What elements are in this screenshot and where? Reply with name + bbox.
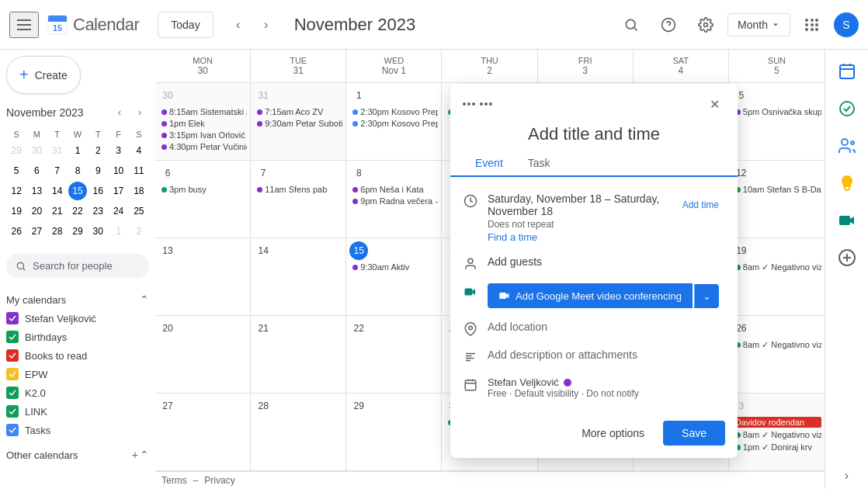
cal-cell[interactable]: 30 8:15am Sistematski za I 1pm Elek 3:15… xyxy=(155,83,251,161)
event[interactable]: 5pm Osnivačka skupšti xyxy=(732,106,821,117)
mini-day-today[interactable]: 15 xyxy=(68,182,87,200)
mini-prev-btn[interactable]: ‹ xyxy=(110,103,129,122)
mini-day[interactable]: 13 xyxy=(27,182,46,200)
right-strip-people[interactable] xyxy=(832,130,863,161)
cal-cell[interactable]: 5 5pm Osnivačka skupšti xyxy=(729,83,825,161)
save-button[interactable]: Save xyxy=(663,421,725,446)
mini-day[interactable]: 23 xyxy=(89,202,107,220)
event[interactable]: 4:30pm Petar Vučinić xyxy=(158,141,247,152)
mini-day[interactable]: 19 xyxy=(7,202,26,220)
event[interactable]: 3:15pm Ivan Orlović xyxy=(158,130,247,140)
mini-day[interactable]: 2 xyxy=(130,222,148,241)
next-month-button[interactable]: › xyxy=(254,12,279,37)
apps-button[interactable] xyxy=(797,9,828,40)
mini-day[interactable]: 28 xyxy=(48,222,67,241)
settings-button[interactable] xyxy=(690,9,721,40)
event[interactable]: 9:30am Petar Subotić xyxy=(254,118,342,129)
modal-close-button[interactable]: ✕ xyxy=(703,93,725,115)
event[interactable]: 11am Sfens pab xyxy=(254,184,342,195)
my-calendars-header[interactable]: My calendars ⌃ xyxy=(6,290,149,309)
add-location-input[interactable]: Add location xyxy=(488,321,725,333)
cal-cell[interactable]: 28 xyxy=(251,394,346,471)
mini-day[interactable]: 7 xyxy=(48,161,67,180)
privacy-link[interactable]: Privacy xyxy=(204,475,234,486)
today-cell[interactable]: 15 xyxy=(349,241,368,260)
calendar-item-epw[interactable]: EPW xyxy=(6,365,149,383)
event[interactable]: 7:15am Aco ZV xyxy=(254,106,342,117)
event[interactable]: 1pm ✓ Doniraj krv xyxy=(732,442,821,453)
cal-cell[interactable]: 22 xyxy=(346,316,442,394)
calendar-item-tasks[interactable]: Tasks xyxy=(6,421,149,439)
meet-button[interactable]: Add Google Meet video conferencing xyxy=(488,283,693,308)
add-guests-input[interactable]: Add guests xyxy=(488,255,725,268)
meet-dropdown-button[interactable]: ⌄ xyxy=(694,284,719,308)
find-a-time-link[interactable]: Find a time xyxy=(488,231,725,243)
cal-cell[interactable]: 7 11am Sfens pab xyxy=(251,161,346,238)
mini-day[interactable]: 4 xyxy=(130,141,148,160)
mini-day[interactable]: 10 xyxy=(109,161,128,180)
cal-cell[interactable]: 6 3pm busy xyxy=(155,161,251,238)
event[interactable]: 1pm Elek xyxy=(158,118,247,129)
cal-cell[interactable]: 20 xyxy=(155,316,251,394)
right-strip-calendar[interactable] xyxy=(832,56,863,87)
search-button[interactable] xyxy=(616,9,647,40)
calendar-item-stefan[interactable]: Stefan Veljković xyxy=(6,309,149,328)
other-calendars-header[interactable]: Other calendars + ⌃ xyxy=(6,446,149,464)
cal-cell[interactable]: 13 xyxy=(155,238,251,316)
event[interactable]: 8:15am Sistematski za I xyxy=(158,106,247,117)
mini-day[interactable]: 11 xyxy=(130,161,148,180)
mini-day[interactable]: 18 xyxy=(130,182,148,200)
more-options-button[interactable]: More options xyxy=(569,421,657,446)
mini-day[interactable]: 31 xyxy=(48,141,67,160)
event[interactable]: 2:30pm Kosovo Prep - V xyxy=(349,106,438,117)
cal-cell[interactable]: 31 7:15am Aco ZV 9:30am Petar Subotić xyxy=(251,83,346,161)
event[interactable]: 8am ✓ Negativno vizu xyxy=(732,339,821,351)
mini-day[interactable]: 29 xyxy=(7,141,26,160)
mini-day[interactable]: 21 xyxy=(48,202,67,220)
prev-month-button[interactable]: ‹ xyxy=(226,12,251,37)
view-selector-button[interactable]: Month xyxy=(727,13,790,36)
mini-day[interactable]: 9 xyxy=(89,161,107,180)
avatar[interactable]: S xyxy=(834,12,859,37)
event[interactable]: Davidov rođendan xyxy=(732,417,821,428)
event[interactable]: 8am ✓ Negativno vizu xyxy=(732,262,821,273)
mini-day[interactable]: 26 xyxy=(7,222,26,241)
cal-cell[interactable]: 26 8am ✓ Negativno vizu xyxy=(729,316,825,394)
create-button[interactable]: + Create xyxy=(6,56,81,94)
calendar-item-books[interactable]: Books to read xyxy=(6,346,149,365)
mini-day[interactable]: 1 xyxy=(68,141,87,160)
mini-day[interactable]: 29 xyxy=(68,222,87,241)
cal-cell[interactable]: 19 8am ✓ Negativno vizu xyxy=(729,238,825,316)
calendar-item-link[interactable]: LINK xyxy=(6,402,149,421)
calendar-item-k20[interactable]: K2.0 xyxy=(6,383,149,402)
mini-day[interactable]: 3 xyxy=(109,141,128,160)
right-strip-keep[interactable] xyxy=(832,168,863,199)
mini-day[interactable]: 2 xyxy=(89,141,107,160)
cal-cell[interactable]: 12 10am Stefan S B-Day xyxy=(729,161,825,238)
add-other-calendar-button[interactable]: + xyxy=(132,449,138,461)
mini-day[interactable]: 16 xyxy=(89,182,107,200)
event[interactable]: 8am ✓ Negativno vizu xyxy=(732,429,821,441)
hamburger-menu[interactable] xyxy=(9,12,39,38)
mini-day[interactable]: 1 xyxy=(109,222,128,241)
right-strip-meet[interactable] xyxy=(832,205,863,236)
mini-day[interactable]: 8 xyxy=(68,161,87,180)
tab-event[interactable]: Event xyxy=(463,151,516,177)
my-calendars-collapse[interactable]: ⌃ xyxy=(140,293,149,306)
help-button[interactable] xyxy=(653,9,684,40)
mini-day[interactable]: 25 xyxy=(130,202,148,220)
event[interactable]: 10am Stefan S B-Day xyxy=(732,184,821,195)
mini-day[interactable]: 30 xyxy=(89,222,107,241)
event[interactable]: 3pm busy xyxy=(158,184,247,195)
mini-day[interactable]: 22 xyxy=(68,202,87,220)
add-time-button[interactable]: Add time xyxy=(676,196,725,213)
other-calendars-collapse[interactable]: ⌃ xyxy=(140,449,149,461)
calendar-item-birthdays[interactable]: Birthdays xyxy=(6,328,149,346)
mini-next-btn[interactable]: › xyxy=(130,103,149,122)
mini-day[interactable]: 17 xyxy=(109,182,128,200)
event[interactable]: 2:30pm Kosovo Prep - V xyxy=(349,118,438,129)
terms-link[interactable]: Terms xyxy=(161,475,187,486)
mini-day[interactable]: 6 xyxy=(27,161,46,180)
today-button[interactable]: Today xyxy=(158,12,213,38)
search-people-box[interactable]: Search for people xyxy=(6,254,149,278)
